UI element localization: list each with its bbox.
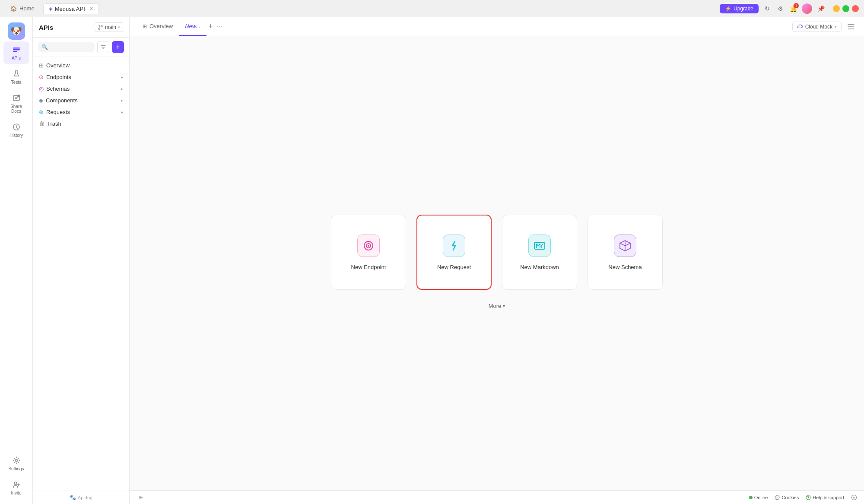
branch-name: main <box>105 24 116 30</box>
tab-medusa-api-label: Medusa API <box>55 6 85 12</box>
more-options-button[interactable]: ··· <box>215 21 224 32</box>
sidebar-item-share-docs[interactable]: Share Docs <box>3 90 29 117</box>
maximize-button[interactable] <box>842 5 849 12</box>
tree-item-schemas[interactable]: ◎ Schemas ▸ <box>33 83 129 95</box>
online-dot-icon <box>749 496 753 499</box>
svg-point-13 <box>776 496 777 497</box>
components-tree-icon: ◈ <box>39 97 43 104</box>
svg-point-18 <box>852 495 857 500</box>
hamburger-button[interactable] <box>845 21 857 33</box>
tree-item-endpoints[interactable]: ⊙ Endpoints ▸ <box>33 71 129 83</box>
settings-icon[interactable]: ⚙ <box>776 4 785 13</box>
avatar[interactable] <box>802 3 812 14</box>
search-input[interactable] <box>51 44 91 50</box>
tree-item-schemas-label: Schemas <box>46 86 118 92</box>
sidebar-item-share-docs-label: Share Docs <box>6 104 27 114</box>
branch-selector[interactable]: main ▾ <box>95 22 123 32</box>
cookies-button[interactable]: Cookies <box>775 495 799 500</box>
icon-sidebar: 🐶 APIs Tests <box>0 17 33 504</box>
filter-button[interactable] <box>97 41 109 53</box>
card-new-request[interactable]: New Request <box>416 215 492 290</box>
notification-icon[interactable]: 🔔 1 <box>789 4 797 13</box>
online-status[interactable]: Online <box>749 495 768 500</box>
svg-rect-0 <box>13 48 20 49</box>
cookies-icon <box>775 495 780 500</box>
tree-item-overview[interactable]: ⊞ Overview <box>33 60 129 71</box>
topbar-actions: Cloud Mock ▾ <box>792 21 857 33</box>
tree-area: ⊞ Overview ⊙ Endpoints ▸ ◎ Schemas ▸ ◈ C… <box>33 57 129 491</box>
schemas-chevron-icon: ▸ <box>121 86 123 91</box>
close-button[interactable] <box>852 5 859 12</box>
cloud-mock-icon <box>797 24 803 30</box>
more-label: More <box>489 303 502 309</box>
svg-point-10 <box>368 245 369 247</box>
markdown-card-icon <box>528 235 551 257</box>
tree-item-requests[interactable]: ⊛ Requests ▸ <box>33 106 129 118</box>
search-wrapper[interactable]: 🔍 <box>38 42 95 52</box>
card-new-endpoint[interactable]: New Endpoint <box>331 215 406 290</box>
help-button[interactable]: Help & support <box>806 495 844 500</box>
upgrade-button[interactable]: ⚡ Upgrade <box>720 4 759 13</box>
sidebar-item-invite[interactable]: Invite <box>3 476 29 499</box>
tree-item-trash[interactable]: 🗑 Trash <box>33 118 129 130</box>
window-controls <box>833 5 859 12</box>
tree-item-components[interactable]: ◈ Components ▸ <box>33 95 129 106</box>
tab-new[interactable]: New... <box>179 17 206 36</box>
cloud-mock-chevron-icon: ▾ <box>835 25 837 29</box>
endpoints-chevron-icon: ▸ <box>121 75 123 79</box>
add-item-button[interactable]: + <box>112 41 124 53</box>
home-icon: 🏠 <box>10 6 17 12</box>
svg-point-6 <box>15 460 17 462</box>
sidebar-item-apis-label: APIs <box>12 56 21 60</box>
sidebar-item-tests[interactable]: Tests <box>3 66 29 88</box>
requests-chevron-icon: ▸ <box>121 110 123 114</box>
bottom-bar: Online Cookies <box>130 490 864 504</box>
secondary-header: APIs main ▾ <box>33 17 129 38</box>
tab-overview-label: Overview <box>149 23 173 29</box>
schema-card-icon <box>614 235 636 257</box>
new-endpoint-label: New Endpoint <box>351 264 386 270</box>
svg-rect-2 <box>13 51 17 52</box>
online-label: Online <box>754 495 768 500</box>
tab-medusa-api[interactable]: ◈ Medusa API ✕ <box>43 3 99 14</box>
svg-point-17 <box>808 498 809 499</box>
new-markdown-label: New Markdown <box>520 264 559 270</box>
main-content: New Endpoint New Request <box>130 36 864 490</box>
notification-badge: 1 <box>794 3 799 8</box>
sidebar-item-tests-label: Tests <box>11 80 21 85</box>
secondary-toolbar: 🔍 + <box>33 38 129 57</box>
close-tab-icon[interactable]: ✕ <box>89 6 93 12</box>
tree-item-overview-label: Overview <box>46 62 123 69</box>
settings-nav-icon <box>12 456 21 465</box>
sidebar-item-settings-label: Settings <box>8 466 24 471</box>
secondary-title: APIs <box>39 24 53 31</box>
branch-icon <box>98 25 103 30</box>
card-new-markdown[interactable]: New Markdown <box>502 215 577 290</box>
svg-point-4 <box>17 95 20 97</box>
svg-point-14 <box>778 497 778 498</box>
tab-home[interactable]: 🏠 Home <box>5 3 40 13</box>
cloud-mock-label: Cloud Mock <box>805 24 832 30</box>
card-new-schema[interactable]: New Schema <box>588 215 663 290</box>
minimize-button[interactable] <box>833 5 840 12</box>
sidebar-item-history[interactable]: History <box>3 119 29 141</box>
tab-home-label: Home <box>19 5 35 12</box>
cloud-mock-button[interactable]: Cloud Mock ▾ <box>792 22 842 32</box>
new-schema-label: New Schema <box>608 264 642 270</box>
schemas-tree-icon: ◎ <box>39 86 44 92</box>
tree-item-endpoints-label: Endpoints <box>46 74 118 80</box>
add-tab-button[interactable]: + <box>206 20 215 33</box>
refresh-icon[interactable]: ↻ <box>763 4 772 13</box>
titlebar: 🏠 Home ◈ Medusa API ✕ ⚡ Upgrade ↻ ⚙ 🔔 1 … <box>0 0 864 17</box>
more-button[interactable]: More ▾ <box>483 300 511 312</box>
tab-overview[interactable]: ⊞ Overview <box>137 17 179 36</box>
svg-rect-11 <box>534 242 545 249</box>
collapse-sidebar-button[interactable] <box>137 493 145 502</box>
more-bottom-button[interactable] <box>851 494 857 501</box>
sidebar-item-settings[interactable]: Settings <box>3 452 29 475</box>
sidebar-item-apis[interactable]: APIs <box>3 41 29 64</box>
endpoints-tree-icon: ⊙ <box>39 74 44 80</box>
new-request-label: New Request <box>437 264 471 270</box>
sidebar-item-history-label: History <box>10 133 23 138</box>
pin-icon[interactable]: 📌 <box>816 4 825 13</box>
